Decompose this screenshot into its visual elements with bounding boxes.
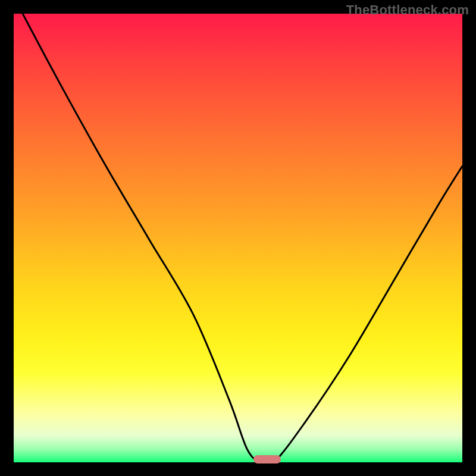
plot-area: [14, 14, 462, 462]
chart-frame: TheBottleneck.com: [0, 0, 476, 476]
optimum-marker: [253, 455, 280, 464]
curve-path: [23, 14, 462, 462]
bottleneck-curve: [14, 14, 462, 462]
watermark-text: TheBottleneck.com: [346, 2, 469, 18]
